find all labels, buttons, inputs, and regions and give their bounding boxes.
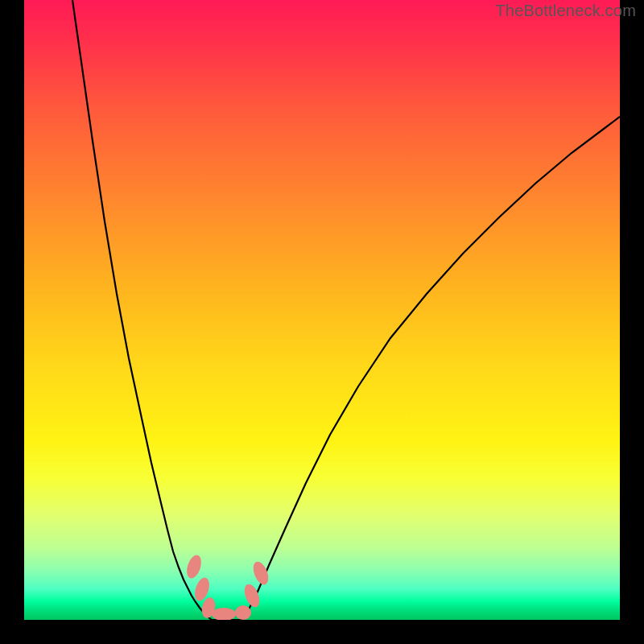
curve-left-branch (72, 0, 212, 620)
curve-layer (24, 0, 620, 620)
curve-right-branch (243, 117, 620, 620)
valley-marker (235, 605, 251, 620)
valley-markers (184, 553, 271, 620)
valley-marker (250, 559, 271, 587)
valley-marker (212, 608, 236, 620)
source-watermark: TheBottleneck.com (495, 2, 636, 20)
valley-marker (184, 553, 204, 580)
gradient-plot-area (24, 0, 620, 620)
